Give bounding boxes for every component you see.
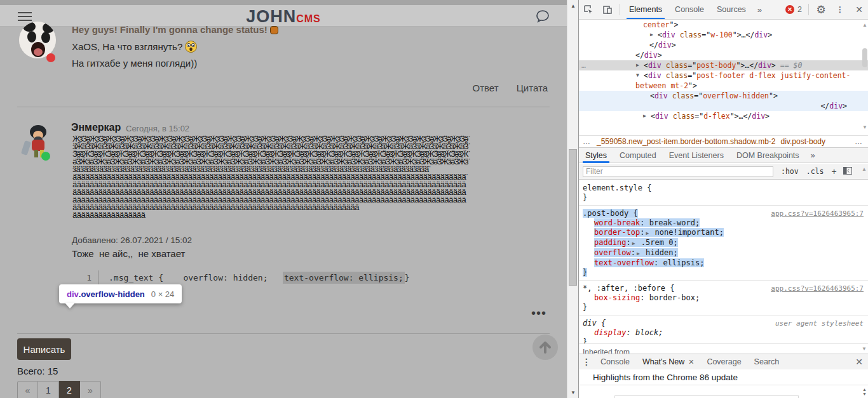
breadcrumb-item[interactable]: _559058.new_post-item.border-bottom.shad… (594, 137, 778, 146)
tooltip-pointer (65, 303, 75, 308)
tree-row[interactable]: center"> (579, 20, 868, 30)
tree-scrollbar-thumb[interactable] (862, 48, 867, 67)
style-rules: element.style {}.post-body {app.css?v=16… (579, 180, 868, 343)
tree-row[interactable]: ▶<div class="d-flex">…</div> (579, 111, 868, 121)
status-dot-online (41, 152, 50, 161)
chat-bubble-icon[interactable] (535, 9, 550, 24)
page-button[interactable]: » (80, 381, 101, 398)
write-button[interactable]: Написать (17, 338, 71, 360)
styles-scroll-up-icon[interactable]: ▲ (862, 166, 867, 172)
error-badge[interactable]: ✕ 2 (785, 5, 806, 14)
device-toolbar-icon[interactable] (598, 1, 617, 18)
drawer-tab-console[interactable]: Console (594, 352, 636, 371)
inspect-tooltip: div.overflow-hidden 0 × 24 (59, 284, 182, 303)
devtools-tab-console[interactable]: Console (668, 0, 710, 19)
more-tabs-icon[interactable]: » (752, 5, 767, 15)
css-rule[interactable]: .post-body {app.css?v=1626463965:7word-b… (579, 206, 868, 281)
styles-tab-styles[interactable]: Styles (579, 148, 613, 163)
drawer-body: Highlights from the Chrome 86 update ▲▼ (579, 369, 868, 398)
code-line-number: 1 (72, 270, 98, 285)
css-rule[interactable]: element.style {} (579, 180, 868, 206)
styles-tab-dom-breakpoints[interactable]: DOM Breakpoints (730, 148, 806, 163)
expand-shorthand-icon[interactable]: ▶ (646, 230, 649, 236)
stylesheet-link[interactable]: user agent stylesheet (775, 319, 864, 328)
breadcrumb-ellipsis[interactable]: … (579, 137, 594, 146)
logo-main: JOHN (246, 7, 296, 26)
tree-row[interactable]: ▼<div class="post-footer d-flex justify-… (579, 70, 868, 81)
drawer-close-icon[interactable]: ✕ (850, 357, 868, 367)
filter-input[interactable] (583, 166, 773, 177)
expand-arrow-icon[interactable]: ▼ (636, 70, 639, 81)
garbled-line: ӓӓӓӓӓӓӓӓӓӓӓӓӓӓӓӓӓ (72, 211, 545, 219)
drawer-scrollbar[interactable]: ▲▼ (862, 387, 867, 396)
dom-tree: center">▶<div class="w-100">…</div></div… (579, 20, 868, 135)
shocked-smiley-emoji (185, 41, 197, 55)
css-rule[interactable]: *, :after, :before {app.css?v=1626463965… (579, 281, 868, 315)
expand-shorthand-icon[interactable]: ▶ (632, 241, 635, 246)
expand-arrow-icon[interactable]: ▶ (636, 60, 639, 70)
post1-line3: На гитхабе у меня погляди)) (72, 58, 197, 69)
pagination: «12» (17, 381, 101, 398)
new-style-rule-button[interactable]: + (831, 166, 836, 176)
scrollbar-up-icon[interactable]: ▲ (567, 1, 579, 10)
panel-side-icon[interactable] (843, 167, 852, 176)
drawer-tab-coverage[interactable]: Coverage (700, 352, 747, 371)
drawer-tab-search[interactable]: Search (748, 352, 786, 371)
tree-row[interactable]: </div> (579, 101, 868, 111)
gear-icon[interactable]: ⚙ (811, 1, 831, 18)
tree-row[interactable]: …▶<div class="post-body">…</div> == $0 (579, 60, 868, 70)
styles-more-tabs-icon[interactable]: » (806, 150, 820, 160)
tree-row[interactable]: <div class="overflow-hidden"> (579, 91, 868, 101)
post2-author[interactable]: Энмеркар (71, 122, 121, 133)
whats-new-heading: Highlights from the Chrome 86 update (579, 369, 868, 385)
devtools-tab-sources[interactable]: Sources (710, 0, 752, 19)
tree-scroll-up-icon[interactable]: ▲ (862, 22, 867, 28)
tree-row[interactable]: ▶<div class="w-100">…</div> (579, 30, 868, 40)
devtools-tab-elements[interactable]: Elements (623, 0, 668, 19)
code-block: 1 .msg_text { overflow: hidden; text-ove… (72, 270, 410, 285)
post2-comment: Тоже не айс,, не хватает (72, 248, 185, 259)
total-count: Всего: 15 (17, 366, 58, 376)
kebab-icon[interactable]: ⋮ (831, 1, 850, 18)
post2-time: Сегодня, в 15:02 (126, 124, 189, 133)
page-scrollbar[interactable]: ▲ ▼ (567, 0, 578, 398)
cls-toggle[interactable]: .cls (806, 167, 824, 176)
scrollbar-down-icon[interactable]: ▼ (567, 388, 579, 397)
stylesheet-link[interactable]: app.css?v=1626463965:7 (771, 284, 864, 293)
page-button[interactable]: 2 (59, 381, 80, 398)
styles-tab-event-listeners[interactable]: Event Listeners (663, 148, 730, 163)
tree-row[interactable]: </div> (579, 40, 868, 50)
expand-shorthand-icon[interactable]: ▶ (637, 251, 640, 256)
hov-toggle[interactable]: :hov (781, 167, 799, 176)
tree-row[interactable]: between mt-2"> (579, 81, 868, 91)
post2-garbled-text: Ӝ̈ӟ̈Ӟ̈ӛ̈Ӝ̈ӟ̈Ӟ̈ӛ̈Ӝ̈ӟ̈Ӟ̈ӛ̈Ӝ̈ӟ̈Ӟ̈ӛ̈Ӝ̈ӟ̈Ӟ̈ӛ̈… (72, 135, 545, 222)
close-icon[interactable]: ✕ (850, 1, 868, 18)
styles-tab-computed[interactable]: Computed (613, 148, 663, 163)
devtools-toolbar: ElementsConsoleSources » ✕ 2 ⚙ ⋮ ✕ (579, 0, 868, 20)
styles-filter-row: :hov .cls + (579, 164, 868, 180)
breadcrumb-item[interactable]: div.post-body (778, 137, 828, 146)
page-button[interactable]: 1 (38, 381, 59, 398)
site-page: JOHNCMS Hey guys! Finally I'm gonna chan… (0, 0, 567, 398)
css-rule[interactable]: div {user agent stylesheetdisplay: block… (579, 315, 868, 343)
quote-link[interactable]: Цитата (517, 83, 548, 93)
post-options-icon[interactable]: ••• (531, 306, 546, 321)
code-highlight: text-overflow: ellipsis; (283, 272, 405, 284)
tab-close-icon[interactable]: ✕ (688, 358, 694, 366)
tree-scroll-down-icon[interactable]: ▼ (862, 124, 867, 130)
page-button[interactable]: « (17, 381, 38, 398)
drawer-tab-what-s-new[interactable]: What's New✕ (636, 352, 701, 371)
inspect-icon[interactable] (579, 1, 598, 18)
tree-row[interactable]: </div> (579, 50, 868, 60)
drawer-tabs: ⋮ ConsoleWhat's New✕CoverageSearch ✕ (579, 354, 868, 369)
breadcrumb-ellipsis[interactable]: … (851, 137, 868, 146)
scroll-to-top-button[interactable] (532, 335, 558, 360)
stylesheet-link[interactable]: app.css?v=1626463965:7 (771, 209, 864, 218)
reply-link[interactable]: Ответ (473, 83, 499, 93)
scrollbar-thumb[interactable] (569, 149, 577, 286)
site-header: JOHNCMS (0, 5, 567, 27)
drawer-kebab-icon[interactable]: ⋮ (579, 357, 594, 367)
expand-arrow-icon[interactable]: ▶ (643, 111, 646, 121)
expand-arrow-icon[interactable]: ▶ (650, 30, 653, 40)
status-dot-offline (46, 53, 55, 62)
